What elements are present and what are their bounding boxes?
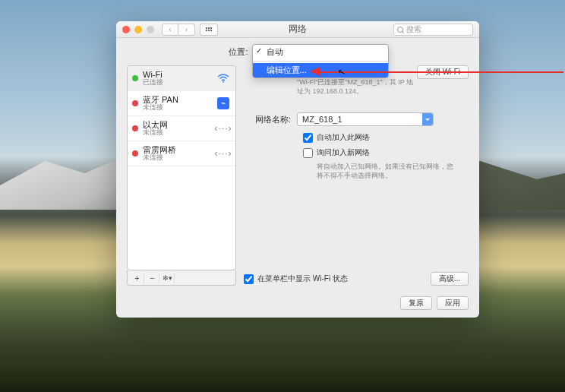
zoom-button[interactable] xyxy=(147,26,154,33)
minimize-button[interactable] xyxy=(134,26,142,33)
interface-item-wifi[interactable]: Wi-Fi 已连接 xyxy=(128,66,235,91)
status-dot-icon xyxy=(132,100,138,106)
status-dot-icon xyxy=(132,75,138,81)
status-subtext: "Wi-Fi"已连接至"MZ_618_1"，其 IP 地址为 192.168.0… xyxy=(297,78,417,96)
show-menubar-label: 在菜单栏中显示 Wi-Fi 状态 xyxy=(257,273,348,284)
location-dropdown[interactable]: 自动 自动 编辑位置... xyxy=(253,45,367,58)
ethernet-icon: ‹···› xyxy=(216,123,231,134)
netname-label: 网络名称: xyxy=(244,112,297,125)
status-dot-icon xyxy=(132,125,138,131)
auto-join-checkbox[interactable] xyxy=(303,133,313,143)
location-edit-option[interactable]: 编辑位置... xyxy=(253,63,388,77)
interface-status: 未连接 xyxy=(143,154,211,162)
network-name-dropdown[interactable]: MZ_618_1 xyxy=(297,112,434,126)
show-menubar-checkbox[interactable] xyxy=(244,274,254,284)
interface-item-bluetooth[interactable]: 蓝牙 PAN 未连接 ⌁ xyxy=(128,91,235,116)
wifi-off-button[interactable]: 关闭 Wi-Fi xyxy=(417,65,469,79)
interface-list[interactable]: Wi-Fi 已连接 蓝牙 PAN 未连接 ⌁ xyxy=(127,65,236,270)
svg-point-0 xyxy=(223,81,224,82)
bridge-icon: ‹···› xyxy=(216,148,231,159)
status-dot-icon xyxy=(132,150,138,156)
remove-interface-button[interactable]: − xyxy=(146,273,159,283)
ask-join-checkbox[interactable] xyxy=(303,148,313,158)
interface-item-ethernet[interactable]: 以太网 未连接 ‹···› xyxy=(128,116,235,141)
chevron-down-icon xyxy=(422,113,433,125)
location-row: 位置: 自动 自动 编辑位置... xyxy=(116,38,479,65)
detail-pane: 状态: 已连接 "Wi-Fi"已连接至"MZ_618_1"，其 IP 地址为 1… xyxy=(244,65,469,286)
revert-button[interactable]: 复原 xyxy=(400,296,432,310)
bluetooth-icon: ⌁ xyxy=(216,98,231,109)
location-option-auto[interactable]: 自动 xyxy=(253,45,388,59)
auto-join-label: 自动加入此网络 xyxy=(317,132,370,143)
apply-button[interactable]: 应用 xyxy=(437,296,469,310)
search-placeholder: 搜索 xyxy=(406,24,421,35)
wifi-icon xyxy=(216,73,231,84)
advanced-button[interactable]: 高级... xyxy=(431,272,469,286)
interface-status: 未连接 xyxy=(143,104,211,112)
network-prefpane-window: ‹ › 网络 搜索 位置: 自动 自动 编辑 xyxy=(116,21,479,318)
search-icon xyxy=(397,27,403,33)
add-interface-button[interactable]: + xyxy=(131,273,144,283)
show-all-button[interactable] xyxy=(200,24,218,36)
network-name-value: MZ_618_1 xyxy=(302,115,342,124)
close-button[interactable] xyxy=(122,26,130,33)
sidebar-footer: + − ✻▾ xyxy=(127,270,236,286)
ask-join-subtext: 将自动加入已知网络。如果没有已知网络，您将不得不手动选择网络。 xyxy=(317,163,453,180)
titlebar: ‹ › 网络 搜索 xyxy=(116,21,479,38)
ask-join-label: 询问加入新网络 xyxy=(317,147,370,158)
forward-button[interactable]: › xyxy=(178,24,195,36)
window-title: 网络 xyxy=(289,23,307,36)
interface-status: 未连接 xyxy=(143,129,211,137)
location-menu: 自动 编辑位置... xyxy=(252,44,389,78)
interface-actions-button[interactable]: ✻▾ xyxy=(161,273,175,283)
location-label: 位置: xyxy=(229,46,248,58)
interface-sidebar: Wi-Fi 已连接 蓝牙 PAN 未连接 ⌁ xyxy=(127,65,236,286)
interface-status: 已连接 xyxy=(143,79,211,87)
search-input[interactable]: 搜索 xyxy=(393,24,473,36)
traffic-lights xyxy=(116,26,154,33)
interface-item-thunderbolt[interactable]: 雷雳网桥 未连接 ‹···› xyxy=(128,141,235,166)
window-footer: 复原 应用 xyxy=(116,292,479,318)
grid-icon xyxy=(206,27,212,31)
back-button[interactable]: ‹ xyxy=(162,24,178,36)
